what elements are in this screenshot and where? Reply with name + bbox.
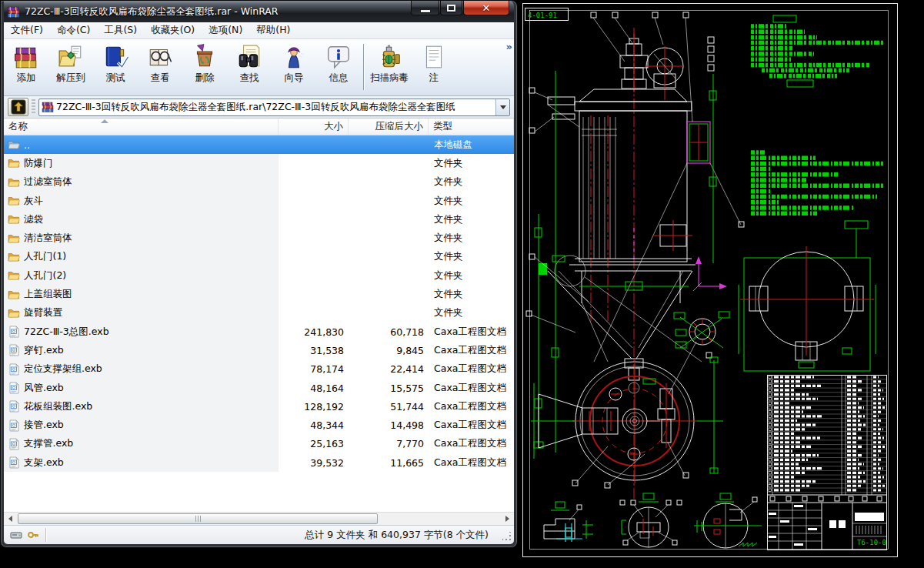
file-row[interactable]: 旋臂装置文件夹 bbox=[4, 304, 514, 322]
toolbar-button-label: 查找 bbox=[240, 72, 259, 85]
menu-item[interactable]: 选项(N) bbox=[202, 22, 249, 38]
file-row[interactable]: 接管.exb48,34414,498Caxa工程图文档 bbox=[4, 416, 514, 434]
close-button[interactable]: ✕ bbox=[463, 1, 509, 15]
menu-item[interactable]: 收藏夹(O) bbox=[144, 22, 202, 38]
menu-item[interactable]: 文件(F) bbox=[4, 22, 50, 38]
title-bar[interactable]: 72ZC-Ⅲ-3回转反吹风扁布袋除尘器全套图纸.rar - WinRAR ✕ bbox=[4, 1, 514, 22]
file-row[interactable]: 支撑管.exb25,1637,770Caxa工程图文档 bbox=[4, 435, 514, 453]
toolbar-button-label: 注 bbox=[429, 72, 439, 85]
exb-icon bbox=[8, 456, 20, 469]
file-type: Caxa工程图文档 bbox=[429, 363, 514, 376]
scroll-left-button[interactable] bbox=[4, 513, 17, 525]
drive-status-icon[interactable] bbox=[10, 529, 22, 541]
view-toolbar-button[interactable]: 查看 bbox=[138, 42, 182, 87]
column-header-packed[interactable]: 压缩后大小 bbox=[349, 119, 429, 135]
maximize-icon bbox=[447, 5, 455, 12]
file-row[interactable]: 防爆门文件夹 bbox=[4, 154, 514, 172]
up-one-level-button[interactable] bbox=[8, 98, 28, 116]
key-status-icon[interactable] bbox=[27, 529, 39, 541]
menu-item[interactable]: 命令(C) bbox=[50, 22, 97, 38]
file-row[interactable]: 上盖组装图文件夹 bbox=[4, 285, 514, 303]
extract-toolbar-button[interactable]: 解压到 bbox=[48, 42, 93, 87]
file-packed-size: 60,718 bbox=[349, 326, 429, 338]
file-name: 滤袋 bbox=[24, 213, 43, 226]
exb-icon bbox=[8, 419, 20, 432]
add-icon bbox=[13, 44, 39, 70]
status-summary: 总计 9 文件夹 和 640,937 字节(8 个文件) bbox=[47, 529, 502, 542]
file-row[interactable]: 穿钉.exb31,5389,845Caxa工程图文档 bbox=[4, 341, 514, 359]
folder-icon bbox=[8, 251, 20, 263]
file-size: 48,164 bbox=[279, 383, 349, 394]
folder-icon bbox=[8, 213, 20, 226]
add-toolbar-button[interactable]: 添加 bbox=[4, 42, 48, 87]
delete-icon bbox=[192, 44, 218, 70]
file-packed-size: 7,770 bbox=[349, 438, 429, 449]
exb-icon bbox=[8, 438, 20, 450]
cad-corner-label: 4-01-91 bbox=[528, 12, 557, 19]
file-name: 72ZC-Ⅲ-3总图.exb bbox=[24, 326, 109, 339]
file-type: Caxa工程图文档 bbox=[429, 456, 514, 469]
file-row[interactable]: 过滤室筒体文件夹 bbox=[4, 173, 514, 192]
toolbar-separator bbox=[363, 44, 365, 90]
column-header-name[interactable]: 名称 bbox=[4, 119, 279, 135]
file-packed-size: 14,498 bbox=[349, 419, 429, 431]
maximize-button[interactable] bbox=[440, 1, 462, 15]
wizard-toolbar-button[interactable]: 向导 bbox=[272, 42, 316, 87]
scroll-right-button[interactable] bbox=[501, 513, 514, 525]
delete-toolbar-button[interactable]: 删除 bbox=[182, 42, 227, 87]
file-name: 支撑管.exb bbox=[24, 437, 73, 450]
file-type: 文件夹 bbox=[429, 232, 514, 245]
screen: 4-01-91 bbox=[0, 0, 924, 568]
minimize-icon bbox=[421, 10, 430, 12]
find-toolbar-button[interactable]: 查找 bbox=[227, 42, 272, 87]
toolbar-overflow-chevron[interactable]: » bbox=[506, 41, 512, 52]
file-row[interactable]: ..本地磁盘 bbox=[4, 135, 514, 154]
file-type: Caxa工程图文档 bbox=[429, 419, 514, 432]
sort-ascending-icon bbox=[101, 119, 108, 123]
menu-item[interactable]: 帮助(H) bbox=[249, 22, 297, 38]
file-row[interactable]: 花板组装图.exb128,19251,744Caxa工程图文档 bbox=[4, 397, 514, 416]
file-row[interactable]: 人孔门(2)文件夹 bbox=[4, 266, 514, 285]
file-type: 文件夹 bbox=[429, 175, 514, 189]
menu-item[interactable]: 工具(S) bbox=[97, 22, 144, 38]
address-grip[interactable] bbox=[32, 99, 35, 115]
test-toolbar-button[interactable]: 测试 bbox=[93, 42, 138, 87]
file-row[interactable]: 清洁室筒体文件夹 bbox=[4, 229, 514, 247]
file-row[interactable]: 定位支撑架组.exb78,17422,414Caxa工程图文档 bbox=[4, 360, 514, 379]
menu-bar: 文件(F)命令(C)工具(S)收藏夹(O)选项(N)帮助(H) bbox=[4, 22, 514, 39]
file-size: 128,192 bbox=[279, 401, 349, 413]
minimize-button[interactable] bbox=[411, 1, 439, 15]
file-name: 穿钉.exb bbox=[24, 344, 64, 357]
resize-grip[interactable] bbox=[502, 532, 512, 541]
scrollbar-thumb[interactable] bbox=[18, 513, 378, 524]
toolbar-button-label: 向导 bbox=[285, 72, 304, 85]
triangle-right-icon bbox=[505, 516, 509, 522]
scan-toolbar-button[interactable]: 扫描病毒 bbox=[367, 42, 412, 87]
address-bar: 72ZC-Ⅲ-3回转反吹风扁布袋除尘器全套图纸.rar\72ZC-Ⅲ-3回转反吹… bbox=[4, 96, 514, 119]
file-row[interactable]: 滤袋文件夹 bbox=[4, 210, 514, 229]
column-header-size[interactable]: 大小 bbox=[279, 119, 349, 135]
archive-icon bbox=[42, 101, 54, 113]
file-type: 文件夹 bbox=[429, 288, 514, 301]
file-row[interactable]: 人孔门(1)文件夹 bbox=[4, 248, 514, 266]
file-type: Caxa工程图文档 bbox=[429, 400, 514, 413]
file-row[interactable]: 支架.exb39,53211,665Caxa工程图文档 bbox=[4, 453, 514, 472]
file-name: 防爆门 bbox=[24, 157, 53, 170]
file-type: 文件夹 bbox=[429, 250, 514, 263]
file-type: 文件夹 bbox=[429, 213, 514, 226]
info-toolbar-button[interactable]: 信息 bbox=[316, 42, 361, 87]
note-toolbar-button[interactable]: 注 bbox=[412, 42, 456, 87]
toolbar-button-label: 删除 bbox=[195, 72, 215, 85]
file-row[interactable]: 72ZC-Ⅲ-3总图.exb241,83060,718Caxa工程图文档 bbox=[4, 322, 514, 341]
file-row[interactable]: 灰斗文件夹 bbox=[4, 192, 514, 210]
cad-detail-c bbox=[694, 493, 762, 548]
cad-detail-b bbox=[620, 493, 682, 547]
horizontal-scrollbar[interactable] bbox=[4, 512, 514, 525]
file-name: 人孔门(2) bbox=[24, 269, 66, 282]
file-row[interactable]: 风管.exb48,16415,575Caxa工程图文档 bbox=[4, 379, 514, 397]
column-header-type[interactable]: 类型 bbox=[429, 119, 514, 135]
toolbar-button-label: 信息 bbox=[329, 72, 349, 85]
address-combobox[interactable]: 72ZC-Ⅲ-3回转反吹风扁布袋除尘器全套图纸.rar\72ZC-Ⅲ-3回转反吹… bbox=[38, 99, 510, 116]
column-header: 名称 大小 压缩后大小 类型 bbox=[4, 119, 514, 135]
address-dropdown-button[interactable] bbox=[495, 99, 509, 115]
